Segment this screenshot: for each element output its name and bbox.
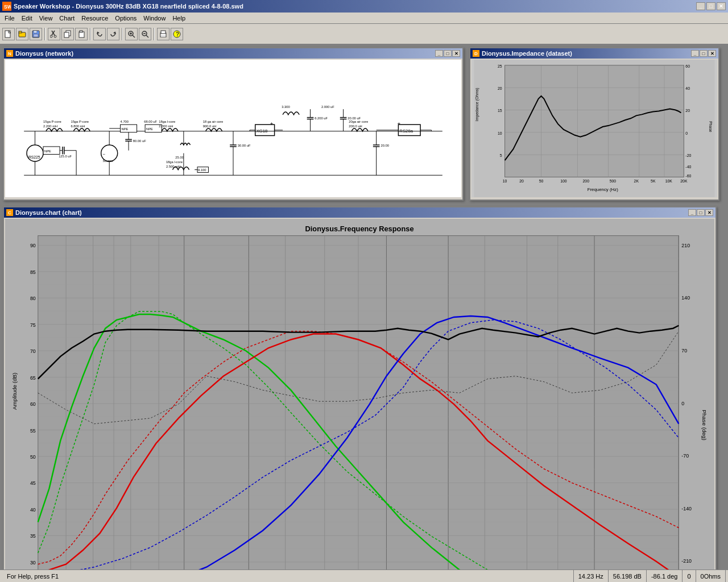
chart-title: Dionysus.chart (chart) [15,209,82,216]
phase-value: -86.1 deg [651,573,677,580]
impedance-minimize[interactable]: _ [691,50,699,57]
toolbar-undo[interactable] [93,28,106,40]
network-controls: _ □ ✕ [435,50,460,57]
impedance-content: 25 20 15 10 5 60 40 20 0 -20 -40 -60 10 … [471,60,717,197]
toolbar-paste[interactable] [75,28,88,40]
toolbar-zoom-out[interactable] [139,28,151,40]
network-title-bar[interactable]: N Dionysus (network) _ □ ✕ [4,48,462,59]
svg-text:15ga P-core: 15ga P-core [71,120,89,123]
close-button[interactable]: ✕ [717,2,726,10]
toolbar-open[interactable] [16,28,28,40]
chart-minimize[interactable]: _ [688,209,696,216]
impedance-close[interactable]: ✕ [708,50,716,57]
impedance-maximize[interactable]: □ [700,50,708,57]
status-ohms: 0Ohms [696,570,726,582]
svg-text:20: 20 [519,179,524,183]
maximize-button[interactable]: □ [706,2,715,10]
frequency-chart: Dionysus.Frequency Response [5,219,714,582]
network-icon: N [6,50,13,57]
svg-text:68.00 uF: 68.00 uF [144,120,157,123]
svg-text:45: 45 [30,480,36,486]
toolbar-copy[interactable] [61,28,74,40]
svg-rect-28 [161,35,166,37]
svg-text:200.0 uH: 200.0 uH [349,124,362,128]
network-minimize[interactable]: _ [435,50,443,57]
menu-help[interactable]: Help [169,14,189,23]
toolbar-sep-3 [122,28,123,40]
main-area: N Dionysus (network) _ □ ✕ RS225 [0,44,728,569]
svg-text:2K: 2K [634,179,639,183]
app-title: Speaker Workshop - Dionysus 300Hz 83dB X… [14,3,243,10]
svg-text:75: 75 [30,322,36,328]
chart-title-bar[interactable]: C Dionysus.chart (chart) _ □ ✕ [4,207,715,218]
svg-text:18 ga air core: 18 ga air core [203,120,223,123]
minimize-button[interactable]: _ [696,2,705,10]
svg-text:NPE: NPE [146,127,153,131]
svg-text:25: 25 [498,64,502,68]
chart-plot-title: Dionysus.Frequency Response [305,225,413,233]
impedance-icon: D [473,50,479,57]
menu-view[interactable]: View [36,14,56,23]
svg-text:70: 70 [681,348,687,354]
svg-text:2.000 mH: 2.000 mH [159,124,173,128]
network-content: RS225 NPE 125.0 uF 15ga P-core 2. [5,60,461,197]
svg-text:RS28a: RS28a [399,128,413,134]
svg-text:SW: SW [4,4,11,10]
svg-text:60: 60 [30,401,36,407]
toolbar-save[interactable] [30,28,42,40]
svg-text:2.000 uF: 2.000 uF [321,105,334,109]
svg-text:-20: -20 [685,153,691,157]
impedance-window: D Dionysus.Impedance (dataset) _ □ ✕ [469,47,719,201]
svg-rect-116 [505,65,684,177]
svg-text:Amplitude (dB): Amplitude (dB) [11,373,18,410]
svg-text:-140: -140 [681,506,692,512]
svg-text:900.0 uH: 900.0 uH [203,124,217,128]
svg-text:0: 0 [681,401,684,406]
menu-window[interactable]: Window [140,14,169,23]
chart-icon: C [6,209,13,216]
zero-value: 0 [687,573,690,580]
toolbar-zoom-in[interactable] [125,28,138,40]
svg-line-20 [133,35,135,38]
frequency-value: 14.23 Hz [578,573,603,580]
svg-rect-16 [80,31,82,32]
toolbar-cut[interactable] [48,28,60,40]
impedance-controls: _ □ ✕ [691,50,716,57]
schematic-svg: RS225 NPE 125.0 uF 15ga P-core 2. [5,60,461,197]
svg-text:35: 35 [30,533,36,539]
svg-text:125.0 uF: 125.0 uF [59,155,72,158]
toolbar-redo[interactable] [107,28,119,40]
svg-line-24 [146,35,148,38]
toolbar-sep-1 [44,28,46,40]
svg-text:15: 15 [498,109,502,113]
impedance-title-bar[interactable]: D Dionysus.Impedance (dataset) _ □ ✕ [470,48,718,59]
chart-content: Dionysus.Frequency Response [5,219,714,582]
svg-text:15ga P-core: 15ga P-core [43,120,61,123]
chart-close[interactable]: ✕ [705,209,713,216]
svg-text:20K: 20K [680,179,688,183]
impedance-title: Dionysus.Impedance (dataset) [482,50,572,57]
menu-edit[interactable]: Edit [18,14,36,23]
svg-text:-70: -70 [681,453,689,459]
network-maximize[interactable]: □ [444,50,452,57]
toolbar-help[interactable]: ? [171,28,183,40]
svg-rect-7 [34,31,37,33]
svg-text:25.00: 25.00 [175,156,184,159]
menu-options[interactable]: Options [111,14,140,23]
status-phase: -86.1 deg [647,570,682,582]
chart-maximize[interactable]: □ [697,209,705,216]
menu-file[interactable]: File [1,14,18,23]
svg-text:-40: -40 [685,165,691,169]
menu-chart[interactable]: Chart [56,14,78,23]
svg-text:20: 20 [498,86,502,90]
toolbar-sep-4 [154,28,155,40]
network-title: Dionysus (network) [15,50,73,57]
svg-text:90: 90 [30,243,36,248]
toolbar-new[interactable] [2,28,15,40]
network-close[interactable]: ✕ [452,50,460,57]
svg-text:?: ? [176,31,179,38]
toolbar-print[interactable] [157,28,169,40]
menu-resource[interactable]: Resource [78,14,111,23]
svg-text:50: 50 [539,179,544,183]
svg-text:10: 10 [503,179,507,183]
